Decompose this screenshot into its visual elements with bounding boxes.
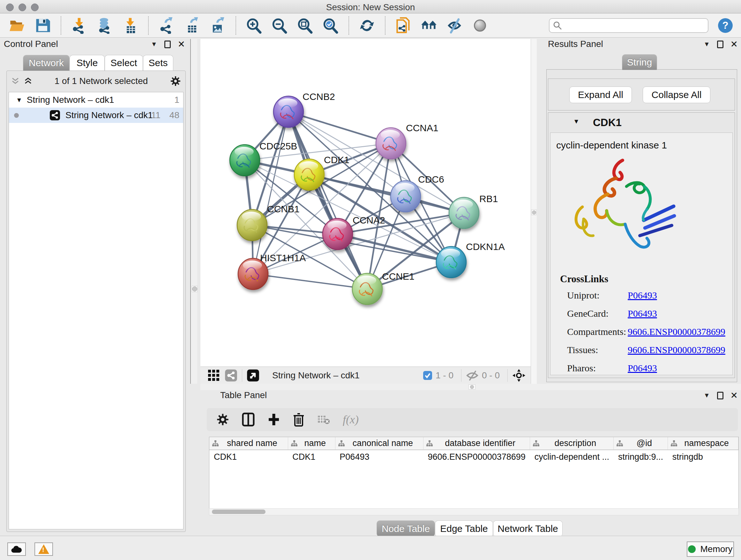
network-edge[interactable] — [288, 112, 391, 143]
pharos-link[interactable]: P06493 — [628, 363, 657, 374]
table-row[interactable]: CDK1CDK1P064939606.ENSP00000378699cyclin… — [209, 450, 738, 464]
tissues-link[interactable]: 9606.ENSP00000378699 — [628, 345, 725, 355]
network-node-ccne1[interactable] — [352, 273, 382, 305]
collapse-icon[interactable]: ▼ — [16, 97, 22, 104]
network-node-cdkn1a[interactable] — [436, 246, 466, 278]
gear-icon[interactable] — [216, 413, 229, 426]
panel-close-icon[interactable]: ✕ — [731, 39, 738, 50]
refresh-view-icon[interactable] — [359, 17, 375, 34]
zoom-fit-icon[interactable] — [297, 17, 313, 34]
network-node-ccnb2[interactable] — [273, 96, 304, 127]
panel-menu-icon[interactable]: ▼ — [151, 41, 157, 48]
grid-view-icon[interactable] — [207, 369, 220, 382]
export-image-icon[interactable] — [209, 17, 226, 34]
zoom-selected-icon[interactable] — [322, 17, 339, 34]
show-graphics-details-icon[interactable] — [472, 17, 488, 34]
tab-network-table[interactable]: Network Table — [493, 520, 562, 537]
panel-float-icon[interactable] — [164, 41, 171, 48]
edge-count: 48 — [170, 110, 179, 120]
add-column-icon[interactable] — [267, 413, 280, 426]
column-header-database-identifier[interactable]: database identifier — [423, 437, 530, 450]
crosshair-icon[interactable] — [512, 369, 526, 382]
right-splitter[interactable] — [531, 39, 537, 384]
cloud-button[interactable] — [7, 543, 26, 556]
column-header-description[interactable]: description — [530, 437, 614, 450]
tab-style[interactable]: Style — [70, 55, 105, 71]
memory-button[interactable]: Memory — [687, 542, 734, 557]
panel-menu-icon[interactable]: ▼ — [704, 41, 710, 48]
network-node-ccna1[interactable] — [376, 128, 406, 159]
column-header-namespace[interactable]: namespace — [668, 437, 738, 450]
open-session-icon[interactable] — [9, 17, 25, 34]
column-header-canonical-name[interactable]: canonical name — [335, 437, 423, 450]
share-document-icon[interactable] — [395, 17, 412, 34]
tab-node-table[interactable]: Node Table — [377, 520, 435, 537]
network-node-ccna2[interactable] — [323, 219, 353, 250]
network-node-ccnb1[interactable] — [237, 209, 267, 241]
expand-all-button[interactable]: Expand All — [569, 86, 632, 103]
show-columns-icon[interactable] — [242, 413, 255, 427]
tab-edge-table[interactable]: Edge Table — [435, 520, 493, 537]
table-cell[interactable]: stringdb — [668, 450, 738, 464]
table-cell[interactable]: CDK1 — [209, 450, 288, 464]
column-header--id[interactable]: @id — [614, 437, 668, 450]
import-network-from-database-icon[interactable] — [96, 17, 113, 34]
scrollbar-thumb[interactable] — [212, 509, 266, 514]
export-table-icon[interactable] — [184, 17, 200, 34]
left-splitter[interactable] — [190, 39, 197, 384]
hide-graphics-details-icon[interactable] — [446, 17, 463, 34]
first-neighbors-icon[interactable] — [421, 17, 437, 34]
tab-select[interactable]: Select — [105, 55, 143, 71]
export-network-icon[interactable] — [158, 17, 175, 34]
uniprot-link[interactable]: P06493 — [628, 290, 657, 301]
panel-float-icon[interactable] — [717, 41, 724, 48]
zoom-out-icon[interactable] — [271, 17, 288, 34]
network-edge[interactable] — [253, 112, 288, 274]
collapse-section-icon[interactable]: ▼ — [573, 118, 580, 125]
toolbar-separator — [235, 16, 236, 35]
panel-float-icon[interactable] — [717, 392, 724, 399]
expand-all-icon[interactable] — [24, 77, 32, 85]
warning-button[interactable] — [35, 543, 53, 556]
table-cell[interactable]: CDK1 — [288, 450, 335, 464]
table-cell[interactable]: P06493 — [335, 450, 423, 464]
table-cell[interactable]: cyclin-dependent ... — [530, 450, 614, 464]
panel-close-icon[interactable]: ✕ — [731, 390, 738, 401]
delete-column-icon[interactable] — [293, 413, 305, 427]
panel-menu-icon[interactable]: ▼ — [704, 392, 710, 399]
network-edge[interactable] — [253, 274, 367, 289]
collapse-all-button[interactable]: Collapse All — [643, 86, 711, 103]
panel-close-icon[interactable]: ✕ — [178, 39, 185, 50]
save-session-icon[interactable] — [35, 17, 51, 34]
compartments-link[interactable]: 9606.ENSP00000378699 — [628, 326, 725, 337]
selected-checkbox-icon[interactable] — [423, 371, 432, 380]
network-node-cdk1[interactable] — [294, 159, 324, 190]
network-row[interactable]: String Network – cdk1 11 48 — [9, 108, 183, 123]
network-node-rb1[interactable] — [449, 197, 479, 229]
horizontal-splitter[interactable] — [200, 384, 741, 390]
search-field[interactable] — [549, 18, 709, 33]
column-header-name[interactable]: name — [288, 437, 335, 450]
search-input[interactable] — [562, 20, 699, 30]
gear-icon[interactable] — [170, 76, 181, 86]
collapse-all-icon[interactable] — [11, 77, 19, 85]
network-node-cdc6[interactable] — [391, 181, 421, 212]
help-icon[interactable]: ? — [718, 17, 733, 34]
tab-network[interactable]: Network — [23, 55, 70, 71]
network-canvas[interactable]: CCNB2CCNA1CDC25BCDK1CDC6RB1CCNB1CCNA2CDK… — [200, 39, 531, 367]
share-network-icon[interactable] — [225, 369, 238, 382]
network-collection-row[interactable]: ▼ String Network – cdk1 1 — [9, 92, 183, 108]
table-cell[interactable]: stringdb:9... — [614, 450, 668, 464]
tab-sets[interactable]: Sets — [143, 55, 173, 71]
table-hscrollbar[interactable] — [209, 508, 739, 515]
network-node-cdc25b[interactable] — [230, 145, 260, 176]
import-network-from-file-icon[interactable] — [71, 17, 87, 34]
genecard-link[interactable]: P06493 — [628, 308, 657, 319]
tab-string[interactable]: String — [622, 54, 657, 70]
titlebar: Session: New Session — [0, 0, 741, 13]
import-table-from-file-icon[interactable] — [122, 17, 138, 34]
table-cell[interactable]: 9606.ENSP00000378699 — [423, 450, 530, 464]
birdseye-view-icon[interactable] — [247, 369, 259, 382]
column-header-shared-name[interactable]: shared name — [209, 437, 288, 450]
zoom-in-icon[interactable] — [246, 17, 262, 34]
